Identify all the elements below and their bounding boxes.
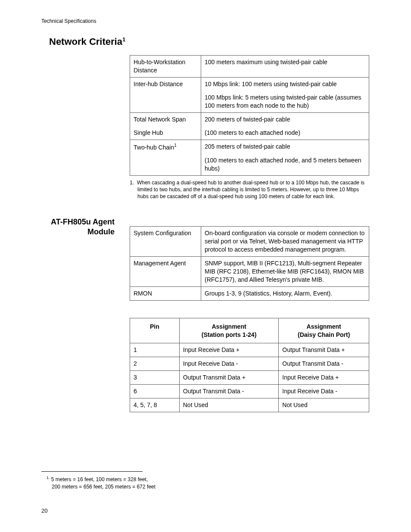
table-row: 4, 5, 7, 8 Not Used Not Used <box>130 398 369 412</box>
cell-a1: Input Receive Data + <box>179 343 279 357</box>
cell-pin: 3 <box>130 371 180 385</box>
header-line2: (Station ports 1-24) <box>202 331 257 338</box>
table-row: Total Network Span 200 meters of twisted… <box>130 112 369 126</box>
section-title-network-criteria: Network Criteria1 <box>49 36 370 47</box>
header-assignment-daisy: Assignment (Daisy Chain Port) <box>279 318 369 343</box>
section-title-text: Network Criteria <box>49 36 122 47</box>
footnote-rule <box>41 471 143 472</box>
cell-value: (100 meters to each attached node, and 5… <box>201 154 369 175</box>
table-row: Management Agent SNMP support, MIB II (R… <box>130 257 369 287</box>
table-row: (100 meters to each attached node, and 5… <box>130 154 369 175</box>
table-row: Single Hub (100 meters to each attached … <box>130 126 369 140</box>
cell-value: (100 meters to each attached node) <box>201 126 369 140</box>
header-assignment-station: Assignment (Station ports 1-24) <box>179 318 279 343</box>
cell-value: 200 meters of twisted-pair cable <box>201 112 369 126</box>
table-row: System Configuration On-board configurat… <box>130 227 369 257</box>
table-footnote-num: 1. <box>130 180 134 186</box>
table-row: Hub-to-Workstation Distance 100 meters m… <box>130 56 369 78</box>
page-footnote: 1. 5 meters = 16 feet, 100 meters = 328 … <box>47 475 156 491</box>
table-row: Two-hub Chain1 205 meters of twisted-pai… <box>130 140 369 154</box>
table-row: 100 Mbps link: 5 meters using twisted-pa… <box>130 91 369 112</box>
header-line1: Assignment <box>307 323 341 330</box>
page-number: 20 <box>41 507 47 514</box>
cell-value: On-board configuration via console or mo… <box>201 227 369 257</box>
cell-label-sup: 1 <box>174 143 177 148</box>
cell-label <box>130 91 201 112</box>
subsection-title-line2: Module <box>87 227 115 236</box>
cell-label: Inter-hub Distance <box>130 78 201 91</box>
pin-assignment-table: Pin Assignment (Station ports 1-24) Assi… <box>130 318 369 412</box>
cell-a2: Not Used <box>279 398 369 412</box>
table-row: 6 Output Transmit Data - Input Receive D… <box>130 385 369 398</box>
running-header: Technical Specifications <box>41 18 370 24</box>
cell-label: Hub-to-Workstation Distance <box>130 56 201 78</box>
cell-a1: Input Receive Data - <box>179 357 279 371</box>
table-row: RMON Groups 1-3, 9 (Statistics, History,… <box>130 286 369 300</box>
cell-label: System Configuration <box>130 227 201 257</box>
cell-a1: Output Transmit Data + <box>179 371 279 385</box>
cell-a1: Not Used <box>179 398 279 412</box>
header-line2: (Daisy Chain Port) <box>298 331 350 338</box>
header-pin: Pin <box>130 318 180 343</box>
cell-a2: Output Transmit Data + <box>279 343 369 357</box>
cell-value: 10 Mbps link: 100 meters using twisted-p… <box>201 78 369 91</box>
cell-label-text: Two-hub Chain <box>134 143 174 150</box>
agent-module-table: System Configuration On-board configurat… <box>130 226 369 300</box>
cell-pin: 6 <box>130 385 180 398</box>
network-criteria-table: Hub-to-Workstation Distance 100 meters m… <box>130 55 369 176</box>
cell-a2: Input Receive Data - <box>279 385 369 398</box>
cell-label: Single Hub <box>130 126 201 140</box>
table-row: 3 Output Transmit Data + Input Receive D… <box>130 371 369 385</box>
cell-value: 100 Mbps link: 5 meters using twisted-pa… <box>201 91 369 112</box>
cell-a1: Output Transmit Data - <box>179 385 279 398</box>
table-footnote-text: When cascading a dual-speed hub to anoth… <box>137 180 364 199</box>
cell-pin: 2 <box>130 357 180 371</box>
cell-label <box>130 154 201 175</box>
subsection-title-agent-module: AT-FH805u Agent Module <box>41 217 115 236</box>
subsection-title-line1: AT-FH805u Agent <box>51 218 115 226</box>
footnote-line1: 5 meters = 16 feet, 100 meters = 328 fee… <box>51 476 148 482</box>
section-title-sup: 1 <box>122 36 125 43</box>
cell-value: Groups 1-3, 9 (Statistics, History, Alar… <box>201 286 369 300</box>
cell-value: 100 meters maximum using twisted-pair ca… <box>201 56 369 78</box>
cell-a2: Output Transmit Data - <box>279 357 369 371</box>
cell-value: 205 meters of twisted-pair cable <box>201 140 369 154</box>
cell-label: Total Network Span <box>130 112 201 126</box>
cell-pin: 4, 5, 7, 8 <box>130 398 180 412</box>
table-row: Inter-hub Distance 10 Mbps link: 100 met… <box>130 78 369 91</box>
cell-value: SNMP support, MIB II (RFC1213), Multi-se… <box>201 257 369 287</box>
footnote-line2: 200 meters = 656 feet, 205 meters = 672 … <box>47 484 156 490</box>
table-row: 2 Input Receive Data - Output Transmit D… <box>130 357 369 371</box>
table-header-row: Pin Assignment (Station ports 1-24) Assi… <box>130 318 369 343</box>
header-line1: Assignment <box>212 323 246 330</box>
footnote-sup: 1. <box>47 476 50 480</box>
table-footnote: 1. When cascading a dual-speed hub to an… <box>130 179 369 200</box>
table-row: 1 Input Receive Data + Output Transmit D… <box>130 343 369 357</box>
cell-label: Two-hub Chain1 <box>130 140 201 154</box>
cell-a2: Input Receive Data + <box>279 371 369 385</box>
cell-pin: 1 <box>130 343 180 357</box>
cell-label: Management Agent <box>130 257 201 287</box>
cell-label: RMON <box>130 286 201 300</box>
